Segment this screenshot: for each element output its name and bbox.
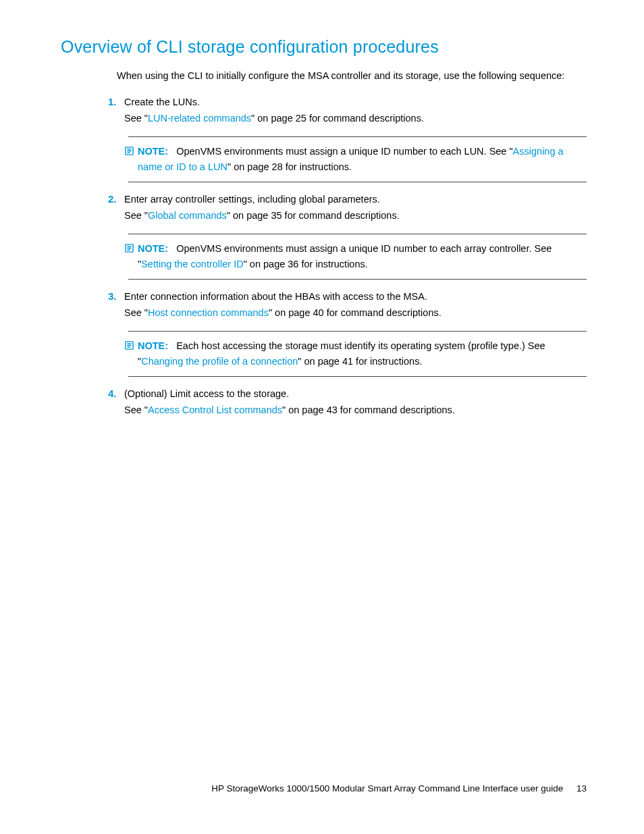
note-t2: " on page 36 for instructions. <box>244 259 368 269</box>
page-content: Overview of CLI storage configuration pr… <box>0 0 644 469</box>
rule <box>128 234 587 234</box>
procedure-list: 1. Create the LUNs. See "LUN-related com… <box>108 95 587 419</box>
footer-page-number: 13 <box>576 783 587 793</box>
see-suffix: " on page 35 for command descriptions. <box>227 210 400 221</box>
item-body: Enter array controller settings, includi… <box>124 192 587 224</box>
see-prefix: See " <box>124 113 148 124</box>
item-number: 4. <box>108 388 124 399</box>
xref-link[interactable]: Host connection commands <box>148 307 269 318</box>
xref-link[interactable]: Access Control List commands <box>148 405 282 415</box>
note-icon <box>124 338 138 355</box>
xref-link[interactable]: Changing the profile of a connection <box>141 356 298 367</box>
note-icon <box>124 144 138 160</box>
item-title: Enter array controller settings, includi… <box>124 194 380 205</box>
rule <box>128 136 587 137</box>
item-title: Enter connection information about the H… <box>124 291 427 302</box>
see-suffix: " on page 43 for command descriptions. <box>282 405 455 415</box>
note-block: NOTE: OpenVMS environments must assign a… <box>124 234 587 280</box>
note-text: NOTE: OpenVMS environments must assign a… <box>138 241 587 272</box>
see-suffix: " on page 25 for command descriptions. <box>251 113 424 124</box>
rule <box>128 279 587 280</box>
list-item: 4. (Optional) Limit access to the storag… <box>108 386 587 419</box>
item-title: (Optional) Limit access to the storage. <box>124 388 289 399</box>
xref-link[interactable]: Setting the controller ID <box>141 259 244 269</box>
item-body: Create the LUNs. See "LUN-related comman… <box>124 95 587 127</box>
item-body: Enter connection information about the H… <box>124 289 587 321</box>
page-footer: HP StorageWorks 1000/1500 Modular Smart … <box>211 783 587 793</box>
note-block: NOTE: OpenVMS environments must assign a… <box>124 136 587 182</box>
item-number: 1. <box>108 96 124 107</box>
note-t2: " on page 41 for instructions. <box>298 356 422 367</box>
rule <box>128 182 587 182</box>
intro-text: When using the CLI to initially configur… <box>117 69 587 84</box>
rule <box>128 376 587 377</box>
list-item: 3. Enter connection information about th… <box>108 289 587 377</box>
note-label: NOTE: <box>138 340 168 351</box>
see-prefix: See " <box>124 210 148 221</box>
note-label: NOTE: <box>138 146 168 157</box>
list-item: 2. Enter array controller settings, incl… <box>108 192 587 280</box>
xref-link[interactable]: Global commands <box>148 210 227 221</box>
note-block: NOTE: Each host accessing the storage mu… <box>124 331 587 377</box>
see-suffix: " on page 40 for command descriptions. <box>269 307 441 318</box>
item-title: Create the LUNs. <box>124 97 200 107</box>
note-label: NOTE: <box>138 243 168 254</box>
list-item: 1. Create the LUNs. See "LUN-related com… <box>108 95 587 182</box>
xref-link[interactable]: LUN-related commands <box>148 113 251 124</box>
footer-text: HP StorageWorks 1000/1500 Modular Smart … <box>211 783 563 793</box>
note-icon <box>124 241 138 257</box>
item-body: (Optional) Limit access to the storage. … <box>124 386 587 419</box>
note-t2: " on page 28 for instructions. <box>227 161 352 172</box>
note-text: NOTE: Each host accessing the storage mu… <box>138 338 587 369</box>
note-text: NOTE: OpenVMS environments must assign a… <box>138 144 587 175</box>
see-prefix: See " <box>124 405 148 415</box>
item-number: 3. <box>108 290 124 302</box>
note-t1: OpenVMS environments must assign a uniqu… <box>176 146 512 157</box>
page-title: Overview of CLI storage configuration pr… <box>61 37 587 57</box>
rule <box>128 331 587 332</box>
item-number: 2. <box>108 193 124 205</box>
see-prefix: See " <box>124 307 148 318</box>
